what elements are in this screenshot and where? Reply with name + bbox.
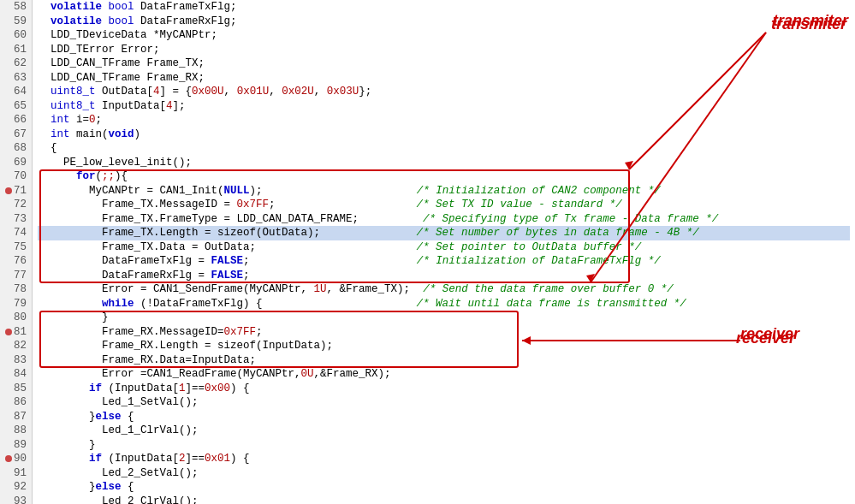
code-line-62: LDD_CAN_TFrame Frame_TX; [38,56,850,71]
code-line-63: LDD_CAN_TFrame Frame_RX; [38,71,850,86]
code-line-68: { [38,141,850,156]
code-line-91: Led_2_SetVal(); [38,466,850,481]
code-line-61: LDD_TError Error; [38,43,850,57]
code-line-71: MyCANPtr = CAN1_Init(NULL); /* Initializ… [38,184,850,199]
code-line-81: Frame_RX.MessageID=0x7FF; [38,325,850,340]
code-line-78: Error = CAN1_SendFrame(MyCANPtr, 1U, &Fr… [38,282,850,297]
code-area[interactable]: volatile bool DataFrameTxFlg; volatile b… [33,0,855,504]
code-line-75: Frame_TX.Data = OutData; /* Set pointer … [38,240,850,255]
code-line-76: DataFrameTxFlg = FALSE; /* Initializatio… [38,254,850,269]
code-line-92: }else { [38,480,850,495]
code-line-74: Frame_TX.Length = sizeof(OutData); /* Se… [38,226,850,240]
code-line-83: Frame_RX.Data=InputData; [38,353,850,368]
code-line-80: } [38,311,850,325]
code-line-84: Error =CAN1_ReadFrame(MyCANPtr,0U,&Frame… [38,367,850,382]
code-line-89: } [38,438,850,453]
code-line-72: Frame_TX.MessageID = 0x7FF; /* Set TX ID… [38,198,850,212]
code-line-66: int i=0; [38,113,850,127]
code-line-88: Led_1_ClrVal(); [38,424,850,438]
code-line-70: for(;;){ [38,169,850,184]
code-line-82: Frame_RX.Length = sizeof(InputData); [38,339,850,353]
code-line-77: DataFrameRxFlg = FALSE; [38,269,850,283]
code-line-67: int main(void) [38,127,850,142]
code-line-59: volatile bool DataFrameRxFlg; [38,15,850,29]
code-line-86: Led_1_SetVal(); [38,395,850,410]
code-line-69: PE_low_level_init(); [38,156,850,170]
line-numbers: 58 59 60 61 62 63 64 65 66 67 68 69 70 7… [0,0,33,504]
editor-container: 58 59 60 61 62 63 64 65 66 67 68 69 70 7… [0,0,855,504]
code-line-87: }else { [38,410,850,424]
code-line-60: LDD_TDeviceData *MyCANPtr; [38,28,850,43]
code-line-85: if (InputData[1]==0x00) { [38,382,850,396]
code-line-58: volatile bool DataFrameTxFlg; [38,0,850,15]
code-line-79: while (!DataFrameTxFlg) { /* Wait until … [38,297,850,311]
code-line-90: if (InputData[2]==0x01) { [38,452,850,466]
code-line-93: Led_2_ClrVal(); [38,495,850,505]
code-line-73: Frame_TX.FrameType = LDD_CAN_DATA_FRAME;… [38,212,850,227]
code-line-64: uint8_t OutData[4] = {0x00U, 0x01U, 0x02… [38,85,850,99]
code-line-65: uint8_t InputData[4]; [38,99,850,114]
